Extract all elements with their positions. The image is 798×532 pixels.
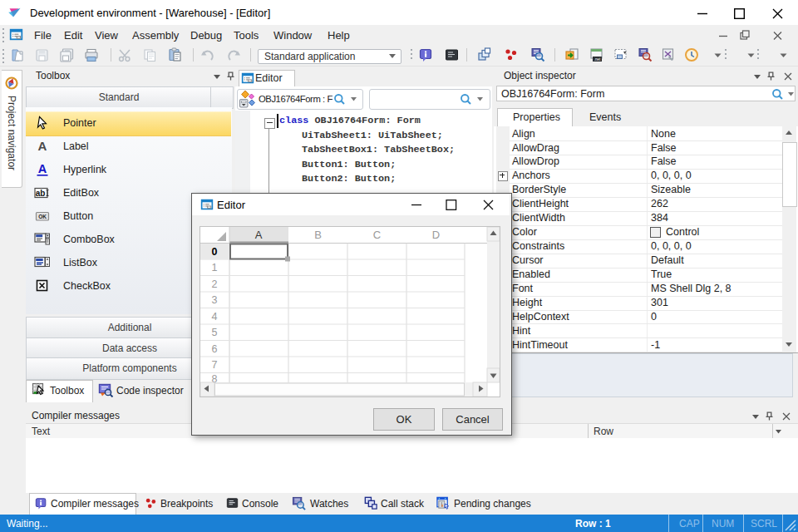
svg-text:C: C bbox=[373, 229, 381, 241]
svg-text:7: 7 bbox=[212, 359, 218, 371]
svg-text:A: A bbox=[38, 139, 47, 153]
svg-text:1: 1 bbox=[212, 262, 218, 273]
svg-text:0: 0 bbox=[212, 246, 218, 258]
svg-text:ab: ab bbox=[36, 189, 46, 198]
svg-text:6: 6 bbox=[212, 343, 218, 355]
svg-text:.net: .net bbox=[594, 57, 601, 62]
svg-text:2: 2 bbox=[212, 278, 218, 290]
svg-text:A: A bbox=[38, 162, 47, 175]
svg-text:D: D bbox=[432, 229, 440, 241]
svg-text:3: 3 bbox=[212, 294, 218, 306]
svg-text:A: A bbox=[255, 229, 263, 241]
svg-text:B: B bbox=[314, 229, 322, 241]
svg-text:5: 5 bbox=[212, 327, 218, 338]
svg-text:4: 4 bbox=[212, 311, 218, 323]
svg-text:OK: OK bbox=[38, 214, 47, 219]
